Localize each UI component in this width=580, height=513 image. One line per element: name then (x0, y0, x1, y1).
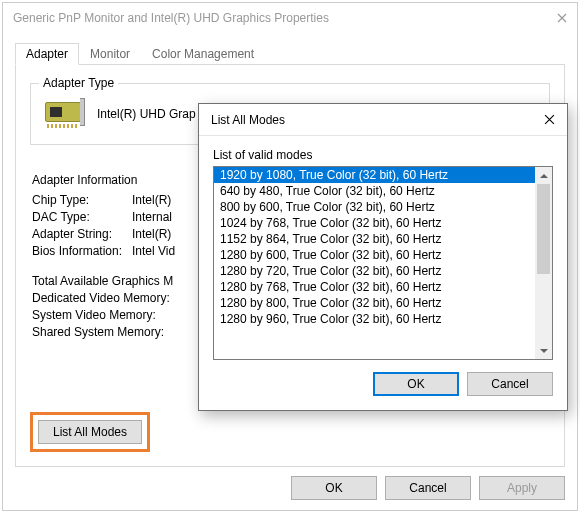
info-value: Intel Vid (132, 244, 175, 258)
ok-button[interactable]: OK (291, 476, 377, 500)
list-all-modes-highlight: List All Modes (30, 412, 150, 452)
titlebar[interactable]: Generic PnP Monitor and Intel(R) UHD Gra… (3, 3, 577, 33)
info-value: Intel(R) (132, 193, 171, 207)
list-item[interactable]: 1920 by 1080, True Color (32 bit), 60 He… (214, 167, 535, 183)
scrollbar[interactable] (535, 167, 552, 359)
info-label: Dedicated Video Memory: (32, 291, 170, 305)
info-label: Adapter String: (32, 227, 132, 241)
list-item[interactable]: 1280 by 600, True Color (32 bit), 60 Her… (214, 247, 535, 263)
cancel-button[interactable]: Cancel (467, 372, 553, 396)
list-item[interactable]: 1280 by 720, True Color (32 bit), 60 Her… (214, 263, 535, 279)
close-icon[interactable] (557, 13, 567, 23)
tab-strip: Adapter Monitor Color Management (15, 43, 565, 65)
modes-listbox[interactable]: 1920 by 1080, True Color (32 bit), 60 He… (213, 166, 553, 360)
tab-color-management[interactable]: Color Management (141, 43, 265, 65)
info-value: Internal (132, 210, 172, 224)
cancel-button[interactable]: Cancel (385, 476, 471, 500)
graphics-card-icon (43, 98, 87, 130)
list-item[interactable]: 1280 by 768, True Color (32 bit), 60 Her… (214, 279, 535, 295)
list-item[interactable]: 1280 by 800, True Color (32 bit), 60 Her… (214, 295, 535, 311)
info-label: Total Available Graphics M (32, 274, 173, 288)
list-item[interactable]: 800 by 600, True Color (32 bit), 60 Hert… (214, 199, 535, 215)
dialog-actions: OK Cancel Apply (291, 476, 565, 500)
modal-title: List All Modes (211, 113, 285, 127)
list-item[interactable]: 1024 by 768, True Color (32 bit), 60 Her… (214, 215, 535, 231)
tab-monitor[interactable]: Monitor (79, 43, 141, 65)
list-item[interactable]: 1152 by 864, True Color (32 bit), 60 Her… (214, 231, 535, 247)
tab-adapter[interactable]: Adapter (15, 43, 79, 65)
ok-button[interactable]: OK (373, 372, 459, 396)
list-label: List of valid modes (213, 148, 553, 162)
info-label: Bios Information: (32, 244, 132, 258)
info-value: Intel(R) (132, 227, 171, 241)
apply-button[interactable]: Apply (479, 476, 565, 500)
adapter-type-value: Intel(R) UHD Grap (97, 107, 196, 121)
list-item[interactable]: 640 by 480, True Color (32 bit), 60 Hert… (214, 183, 535, 199)
scroll-down-button[interactable] (535, 342, 552, 359)
scroll-thumb[interactable] (537, 184, 550, 274)
list-all-modes-button[interactable]: List All Modes (38, 420, 142, 444)
info-label: Chip Type: (32, 193, 132, 207)
list-all-modes-dialog: List All Modes List of valid modes 1920 … (198, 103, 568, 411)
list-item[interactable]: 1280 by 960, True Color (32 bit), 60 Her… (214, 311, 535, 327)
info-label: DAC Type: (32, 210, 132, 224)
modal-titlebar[interactable]: List All Modes (199, 104, 567, 136)
modal-actions: OK Cancel (199, 360, 567, 410)
window-title: Generic PnP Monitor and Intel(R) UHD Gra… (13, 11, 329, 25)
adapter-type-legend: Adapter Type (39, 76, 118, 90)
scroll-up-button[interactable] (535, 167, 552, 184)
info-label: Shared System Memory: (32, 325, 164, 339)
close-icon[interactable] (544, 114, 555, 125)
info-label: System Video Memory: (32, 308, 156, 322)
